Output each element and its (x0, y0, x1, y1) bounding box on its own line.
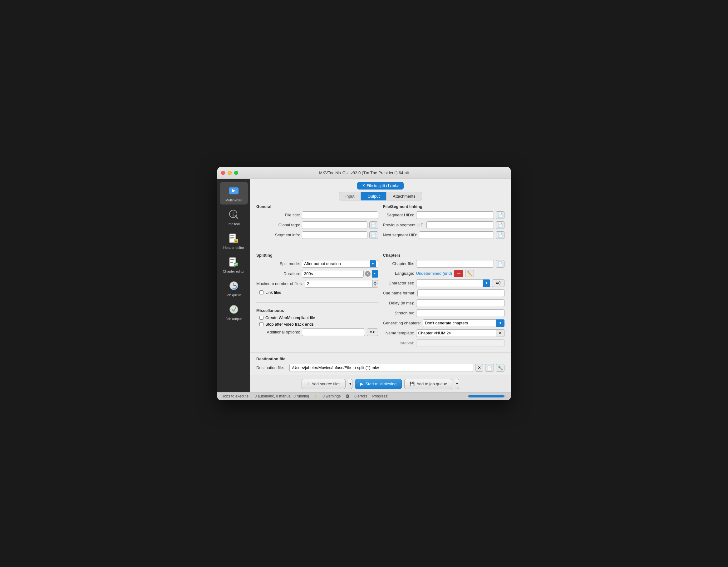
character-set-select[interactable] (416, 279, 483, 287)
close-button[interactable] (221, 171, 225, 175)
file-tab-bar: ✕ File-to-split (1).mkv (250, 179, 511, 192)
add-source-files-button[interactable]: + Add source files (302, 379, 346, 389)
cue-name-row: Cue name format: (383, 289, 505, 297)
segment-info-browse-button[interactable]: 📄 (369, 231, 378, 239)
svg-rect-10 (234, 239, 238, 243)
destination-input[interactable] (289, 364, 473, 372)
sidebar-item-chapter-editor[interactable]: Chapter editor (220, 253, 248, 276)
name-template-wrap: ✕ (416, 329, 505, 337)
add-to-job-queue-button[interactable]: 💾 Add to job queue (404, 379, 452, 389)
language-link[interactable]: Undetermined (und) (416, 271, 452, 276)
character-set-special-button[interactable]: ÂĆ (492, 279, 504, 287)
prev-segment-uid-input[interactable] (426, 221, 494, 229)
name-template-clear-button[interactable]: ✕ (496, 329, 504, 337)
max-files-down-button[interactable]: ▼ (373, 284, 378, 287)
destination-extra-button[interactable]: 🔧 (496, 364, 504, 372)
start-icon: ▶ (360, 382, 363, 386)
sidebar-item-job-output[interactable]: Job output (220, 301, 248, 323)
interval-row: Interval: (383, 339, 505, 347)
name-template-label: Name template: (383, 331, 414, 335)
maximize-button[interactable] (234, 171, 238, 175)
next-segment-uid-label: Next segment UID: (383, 233, 417, 237)
global-tags-input[interactable] (302, 221, 367, 229)
segment-uids-row: Segment UIDs: 📄 (383, 211, 505, 219)
generating-chapters-dropdown-button[interactable]: ▼ (496, 319, 504, 327)
errors-value: 0 errors (354, 394, 367, 398)
link-files-label: Link files (265, 290, 281, 295)
progress-bar-fill (468, 395, 504, 397)
sidebar-item-job-queue[interactable]: Job queue (220, 277, 248, 299)
character-set-combo: ▼ (416, 279, 490, 287)
name-template-input[interactable] (416, 329, 497, 337)
generating-chapters-label: Generating chapters: (383, 321, 421, 325)
miscellaneous-section: Miscellaneous Create WebM compliant file… (256, 308, 378, 338)
segment-info-input[interactable] (302, 231, 367, 239)
warnings-icon: ⚠ (314, 394, 317, 398)
delay-input[interactable] (416, 299, 505, 307)
info-tool-icon (228, 208, 240, 221)
destination-clear-button[interactable]: ✕ (475, 364, 483, 372)
language-edit-button[interactable]: ✏️ (465, 270, 474, 277)
duration-spinner-button[interactable]: ▼ (372, 270, 378, 278)
max-files-stepper: ▲ ▼ (373, 280, 378, 288)
file-tab[interactable]: ✕ File-to-split (1).mkv (357, 182, 404, 190)
next-segment-uid-browse-button[interactable]: 📄 (496, 231, 504, 239)
sidebar-item-info-tool[interactable]: Info tool (220, 206, 248, 228)
prev-segment-uid-row: Previous segment UID: 📄 (383, 221, 505, 229)
chapter-editor-icon (228, 256, 240, 268)
duration-input[interactable] (302, 270, 364, 278)
add-source-files-arrow-button[interactable]: ▼ (348, 379, 352, 389)
stretch-input[interactable] (416, 309, 505, 317)
link-files-checkbox[interactable] (259, 290, 263, 294)
tab-input[interactable]: Input (339, 192, 361, 200)
max-files-input[interactable] (305, 280, 373, 288)
main-window: MKVToolNix GUI v82.0 ('I'm The President… (217, 167, 511, 400)
segment-uids-input[interactable] (416, 211, 494, 219)
character-set-dropdown-button[interactable]: ▼ (483, 279, 490, 287)
file-segment-section: File/Segment linking Segment UIDs: 📄 Pre… (383, 204, 505, 241)
jobs-label: Jobs to execute: (222, 394, 249, 398)
split-mode-select-wrap: After output duration Don't split After … (302, 260, 378, 268)
destination-label: Destination file: (256, 365, 288, 370)
chapter-file-browse-button[interactable]: 📄 (496, 260, 504, 268)
sidebar-item-multiplexer[interactable]: Multiplexer (220, 182, 248, 205)
destination-row: Destination file: ✕ 📄 🔧 (256, 364, 504, 372)
split-mode-select[interactable]: After output duration Don't split After … (302, 260, 378, 268)
chapters-section: Chapters Chapter file: 📄 Language: Undet… (383, 253, 505, 349)
generating-chapters-wrap: Don't generate chapters When splitting i… (423, 319, 504, 327)
segment-uids-browse-button[interactable]: 📄 (496, 211, 504, 219)
tab-attachments[interactable]: Attachments (386, 192, 422, 200)
language-clear-button[interactable]: — (454, 270, 463, 277)
generating-chapters-select[interactable]: Don't generate chapters When splitting i… (423, 319, 496, 327)
stretch-label: Stretch by: (383, 311, 414, 315)
stop-video-checkbox[interactable] (259, 322, 263, 326)
file-tab-close[interactable]: ✕ (362, 184, 365, 188)
file-title-input[interactable] (302, 211, 378, 219)
destination-browse-button[interactable]: 📄 (485, 364, 494, 372)
add-to-job-queue-arrow-button[interactable]: ▼ (455, 379, 459, 389)
minimize-button[interactable] (228, 171, 232, 175)
sidebar-item-label: Job queue (226, 293, 242, 297)
chapter-file-input[interactable] (416, 260, 494, 268)
additional-options-input[interactable] (302, 328, 365, 336)
duration-clear-button[interactable]: ✕ (365, 271, 371, 277)
prev-segment-uid-browse-button[interactable]: 📄 (496, 221, 504, 229)
global-tags-row: Global tags: 📄 (256, 221, 378, 229)
cue-name-input[interactable] (417, 289, 504, 297)
start-multiplexing-button[interactable]: ▶ Start multiplexing (355, 379, 402, 389)
sidebar-item-header-editor[interactable]: Header editor (220, 229, 248, 252)
character-set-label: Character set: (383, 281, 414, 285)
webm-checkbox[interactable] (259, 316, 263, 320)
start-label: Start multiplexing (365, 382, 396, 386)
additional-options-button[interactable]: ≡ ▾ (367, 328, 378, 336)
delay-label: Delay (in ms): (383, 301, 414, 305)
tab-output[interactable]: Output (361, 192, 386, 200)
next-segment-uid-input[interactable] (419, 231, 494, 239)
splitting-title: Splitting (256, 253, 378, 258)
content-area: ✕ File-to-split (1).mkv Input Output Att… (250, 179, 511, 392)
global-tags-browse-button[interactable]: 📄 (369, 221, 378, 229)
max-files-up-button[interactable]: ▲ (373, 280, 378, 284)
global-tags-label: Global tags: (256, 223, 300, 227)
prev-segment-uid-label: Previous segment UID: (383, 223, 425, 227)
stretch-row: Stretch by: (383, 309, 505, 317)
